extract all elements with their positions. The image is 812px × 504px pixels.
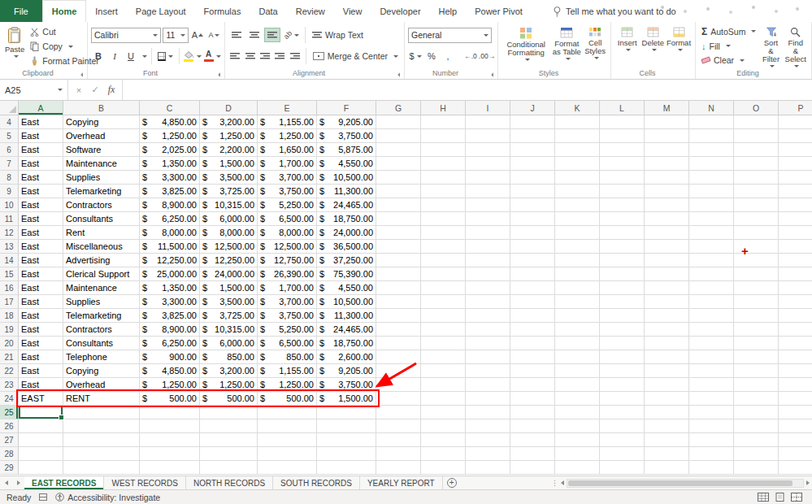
cell-D17[interactable]: $3,500.00	[200, 295, 258, 309]
cell-C21[interactable]: $900.00	[140, 350, 200, 364]
column-header-G[interactable]: G	[376, 101, 421, 115]
cell-G4[interactable]	[376, 115, 421, 129]
cell-G21[interactable]	[376, 350, 421, 364]
cell-B19[interactable]: Contractors	[63, 323, 140, 337]
cell-F5[interactable]: $3,750.00	[317, 129, 376, 143]
align-right-button[interactable]	[258, 49, 271, 63]
cell-P5[interactable]	[779, 129, 812, 143]
sheet-tab-south-records[interactable]: SOUTH RECORDS	[273, 476, 360, 489]
cell-K14[interactable]	[555, 254, 600, 267]
cell-J5[interactable]	[510, 129, 555, 143]
cell-N6[interactable]	[689, 143, 734, 157]
tab-data[interactable]: Data	[250, 0, 286, 22]
cell-A6[interactable]: East	[19, 143, 63, 157]
cell-D6[interactable]: $2,200.00	[200, 143, 258, 157]
cell-I7[interactable]	[466, 157, 510, 171]
cell-M19[interactable]	[645, 323, 689, 337]
tab-developer[interactable]: Developer	[371, 0, 429, 22]
cell-L8[interactable]	[600, 171, 645, 185]
cell-F4[interactable]: $9,205.00	[317, 115, 376, 129]
cell-G15[interactable]	[376, 267, 421, 281]
cell-I27[interactable]	[466, 433, 510, 447]
cell-N25[interactable]	[689, 406, 734, 419]
cell-K7[interactable]	[555, 157, 600, 171]
clipboard-dialog-launcher[interactable]	[80, 72, 85, 77]
cell-F15[interactable]: $75,390.00	[317, 267, 376, 281]
cell-F16[interactable]: $4,550.00	[317, 281, 376, 295]
cell-N5[interactable]	[689, 129, 734, 143]
sheet-tab-yearly-report[interactable]: YEARLY REPORT	[360, 476, 443, 489]
row-header-23[interactable]: 23	[0, 378, 19, 392]
cell-H11[interactable]	[421, 212, 466, 226]
cell-I5[interactable]	[466, 129, 510, 143]
cell-K22[interactable]	[555, 364, 600, 378]
cell-K11[interactable]	[555, 212, 600, 226]
cell-C17[interactable]: $3,300.00	[140, 295, 200, 309]
cell-K6[interactable]	[555, 143, 600, 157]
cancel-button[interactable]: ×	[72, 85, 86, 95]
cell-C4[interactable]: $4,850.00	[140, 115, 200, 129]
cell-N9[interactable]	[689, 185, 734, 198]
cell-H22[interactable]	[421, 364, 466, 378]
cell-A14[interactable]: East	[19, 254, 63, 267]
cell-E9[interactable]: $3,750.00	[258, 185, 317, 198]
row-header-21[interactable]: 21	[0, 350, 19, 364]
cell-P16[interactable]	[779, 281, 812, 295]
cell-D7[interactable]: $1,500.00	[200, 157, 258, 171]
cell-M13[interactable]	[645, 240, 689, 254]
cell-G23[interactable]	[376, 378, 421, 392]
cell-G19[interactable]	[376, 323, 421, 337]
column-header-B[interactable]: B	[63, 101, 140, 115]
merge-center-button[interactable]: Merge & Center	[310, 49, 401, 63]
row-header-6[interactable]: 6	[0, 143, 19, 157]
cell-K27[interactable]	[555, 433, 600, 447]
cell-A5[interactable]: East	[19, 129, 63, 143]
cell-F23[interactable]: $3,750.00	[317, 378, 376, 392]
tab-page-layout[interactable]: Page Layout	[127, 0, 195, 22]
cell-K5[interactable]	[555, 129, 600, 143]
cell-K20[interactable]	[555, 337, 600, 350]
column-header-H[interactable]: H	[421, 101, 466, 115]
cell-G20[interactable]	[376, 337, 421, 350]
cell-O8[interactable]	[734, 171, 779, 185]
cell-P29[interactable]	[779, 461, 812, 475]
cell-L7[interactable]	[600, 157, 645, 171]
cell-P11[interactable]	[779, 212, 812, 226]
cell-N17[interactable]	[689, 295, 734, 309]
cell-H25[interactable]	[421, 406, 466, 419]
fill-button[interactable]: ↓ Fill	[699, 39, 758, 54]
cell-M22[interactable]	[645, 364, 689, 378]
cell-O19[interactable]	[734, 323, 779, 337]
cell-I20[interactable]	[466, 337, 510, 350]
cell-E25[interactable]	[258, 406, 317, 419]
cell-L27[interactable]	[600, 433, 645, 447]
select-all-corner[interactable]	[0, 101, 19, 115]
cell-P19[interactable]	[779, 323, 812, 337]
cell-L14[interactable]	[600, 254, 645, 267]
cell-F10[interactable]: $24,465.00	[317, 198, 376, 212]
cell-G12[interactable]	[376, 226, 421, 240]
cell-A7[interactable]: East	[19, 157, 63, 171]
cell-I19[interactable]	[466, 323, 510, 337]
row-header-15[interactable]: 15	[0, 267, 19, 281]
cell-E10[interactable]: $5,250.00	[258, 198, 317, 212]
cell-K26[interactable]	[555, 419, 600, 433]
cell-H23[interactable]	[421, 378, 466, 392]
cell-F22[interactable]: $9,205.00	[317, 364, 376, 378]
cell-N14[interactable]	[689, 254, 734, 267]
cell-L4[interactable]	[600, 115, 645, 129]
cell-J6[interactable]	[510, 143, 555, 157]
paste-dropdown[interactable]	[14, 55, 19, 58]
cell-D13[interactable]: $12,500.00	[200, 240, 258, 254]
cell-J25[interactable]	[510, 406, 555, 419]
cell-B7[interactable]: Maintenance	[63, 157, 140, 171]
cell-L19[interactable]	[600, 323, 645, 337]
cell-E14[interactable]: $12,750.00	[258, 254, 317, 267]
cell-K13[interactable]	[555, 240, 600, 254]
cell-C28[interactable]	[140, 447, 200, 461]
format-cells-button[interactable]: Format	[666, 24, 692, 68]
cell-O15[interactable]	[734, 267, 779, 281]
cell-A11[interactable]: East	[19, 212, 63, 226]
cell-E21[interactable]: $850.00	[258, 350, 317, 364]
cell-M17[interactable]	[645, 295, 689, 309]
